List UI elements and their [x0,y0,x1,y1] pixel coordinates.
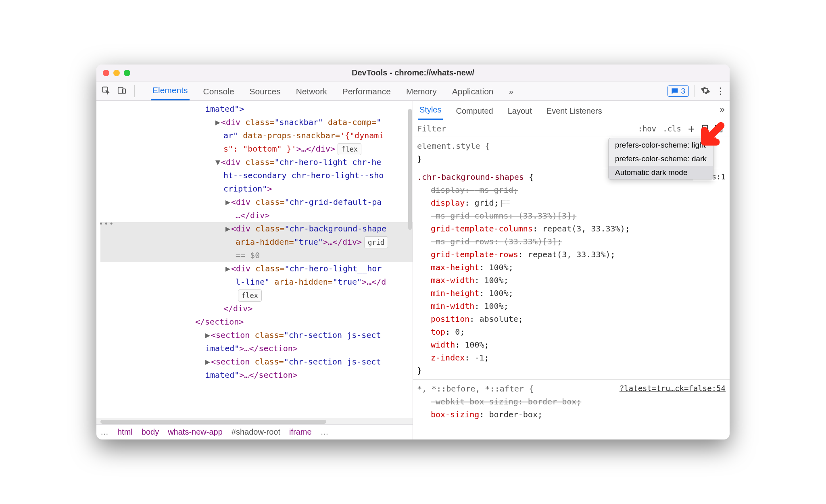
dom-row: ▼<div class="chr-hero-light chr-he [100,156,413,169]
flex-badge[interactable]: flex [338,143,361,155]
devtools-window: DevTools - chrome://whats-new/ Elements … [96,65,730,439]
css-declaration[interactable]: grid-template-rows: repeat(3, 33.33%); [417,248,726,261]
cls-toggle[interactable]: .cls [659,124,684,133]
css-declaration[interactable]: position: absolute; [417,312,726,325]
dom-row: ▶<div class="snackbar" data-comp=" [100,116,413,129]
dom-row: imated">…</section> [100,369,413,382]
dom-row: l-line" aria-hidden="true">…</d [100,275,413,289]
scrollbar-thumb[interactable] [408,109,412,230]
breadcrumb-item[interactable]: whats-new-app [168,427,223,437]
tab-console[interactable]: Console [202,83,236,100]
device-toggle-icon[interactable] [117,86,126,96]
grid-badge[interactable]: grid [364,236,388,248]
tabs-overflow-icon[interactable]: » [507,83,515,100]
gutter-actions-icon[interactable]: ••• [99,218,115,230]
subtab-layout[interactable]: Layout [506,103,534,120]
dom-row: ht--secondary chr-hero-light--sho [100,169,413,182]
dom-row: ar" data-props-snackbar='{"dynami [100,129,413,142]
main-toolbar: Elements Console Sources Network Perform… [96,81,730,101]
subtab-styles[interactable]: Styles [418,102,443,120]
subtabs-overflow-icon[interactable]: » [720,104,725,117]
dom-row: ▶<div class="chr-hero-light__hor [100,262,413,275]
tab-application[interactable]: Application [451,83,495,100]
tab-memory[interactable]: Memory [405,83,438,100]
annotation-arrow-icon [700,119,728,148]
settings-gear-icon[interactable] [701,85,710,97]
window-title: DevTools - chrome://whats-new/ [96,68,730,77]
css-declaration[interactable]: display: grid; [417,196,726,209]
popup-item[interactable]: prefers-color-scheme: dark [609,152,713,166]
css-declaration[interactable]: min-width: 100%; [417,300,726,312]
css-declaration[interactable]: max-width: 100%; [417,274,726,287]
breadcrumb-bar: … html body whats-new-app #shadow-root i… [96,424,413,439]
source-link[interactable]: ?latest=tru…ck=false:54 [620,382,726,394]
horizontal-scrollbar[interactable] [96,419,413,424]
flex-badge[interactable]: flex [238,289,262,302]
css-declaration[interactable]: z-index: -1; [417,351,726,364]
dom-row-selected: ▶<div class="chr-background-shape [100,222,413,235]
dom-row: ▶<section class="chr-section js-sect [100,329,413,342]
styles-panel: Styles Computed Layout Event Listeners »… [413,101,730,439]
dom-row: flex [100,289,413,302]
breadcrumb-item[interactable]: #shadow-root [232,427,280,437]
dom-tree[interactable]: ••• imated"> ▶<div class="snackbar" data… [96,101,413,419]
tab-network[interactable]: Network [294,83,329,100]
dom-row: </section> [100,315,413,329]
subtab-computed[interactable]: Computed [454,103,494,120]
dom-row: ▶<section class="chr-section js-sect [100,355,413,369]
window-titlebar: DevTools - chrome://whats-new/ [96,65,730,81]
dom-row: …</div> [100,209,413,222]
css-declaration[interactable]: -ms-grid-rows: (33.33%)[3]; [417,235,726,248]
feedback-count: 3 [681,87,685,96]
dom-row-selected: == $0 [100,249,413,262]
feedback-button[interactable]: 3 [667,85,689,97]
subtab-event-listeners[interactable]: Event Listeners [545,103,604,120]
styles-subtabs: Styles Computed Layout Event Listeners » [413,101,730,120]
breadcrumb-item[interactable]: html [117,427,133,437]
grid-editor-icon[interactable] [501,200,510,207]
dom-row: ▶<div class="chr-grid-default-pa [100,196,413,209]
dom-row: s": "bottom" }'>…</div>flex [100,142,413,156]
css-declaration[interactable]: -ms-grid-columns: (33.33%)[3]; [417,209,726,222]
elements-panel: ••• imated"> ▶<div class="snackbar" data… [96,101,413,439]
popup-item[interactable]: prefers-color-scheme: light [609,138,713,152]
breadcrumb-overflow-right[interactable]: … [321,427,329,437]
more-options-icon[interactable]: ⋮ [716,86,725,96]
css-declaration[interactable]: min-height: 100%; [417,287,726,300]
breadcrumb-item[interactable]: iframe [289,427,312,437]
css-declaration[interactable]: top: 0; [417,325,726,338]
css-declaration[interactable]: grid-template-columns: repeat(3, 33.33%)… [417,222,726,235]
dom-row: cription"> [100,182,413,196]
breadcrumb-overflow-left[interactable]: … [100,427,108,437]
css-declaration[interactable]: -webkit-box-sizing: border-box; [417,395,726,408]
dom-row: imated"> [100,102,413,116]
breadcrumb-item[interactable]: body [142,427,159,437]
css-declaration[interactable]: width: 100%; [417,338,726,351]
main-tabs: Elements Console Sources Network Perform… [151,81,515,100]
dom-row: </div> [100,302,413,315]
new-style-rule-icon[interactable]: + [687,124,696,133]
dom-row: imated">…</section> [100,342,413,355]
inspect-element-icon[interactable] [101,86,110,96]
filter-bar: :hov .cls + [413,120,730,137]
css-declaration[interactable]: box-sizing: border-box; [417,408,726,421]
rendering-popup: prefers-color-scheme: light prefers-colo… [608,138,713,180]
tab-performance[interactable]: Performance [341,83,392,100]
styles-rules[interactable]: element.style { } .chr-background-shapes… [413,137,730,439]
css-declaration[interactable]: max-height: 100%; [417,261,726,274]
content-area: ••• imated"> ▶<div class="snackbar" data… [96,101,730,439]
filter-input[interactable] [417,124,634,133]
popup-item[interactable]: Automatic dark mode [609,166,713,179]
tab-elements[interactable]: Elements [151,82,190,100]
dom-row-selected: aria-hidden="true">…</div>grid [100,235,413,249]
tab-sources[interactable]: Sources [248,83,282,100]
css-declaration[interactable]: display: -ms-grid; [417,183,726,196]
hov-toggle[interactable]: :hov [634,124,659,133]
